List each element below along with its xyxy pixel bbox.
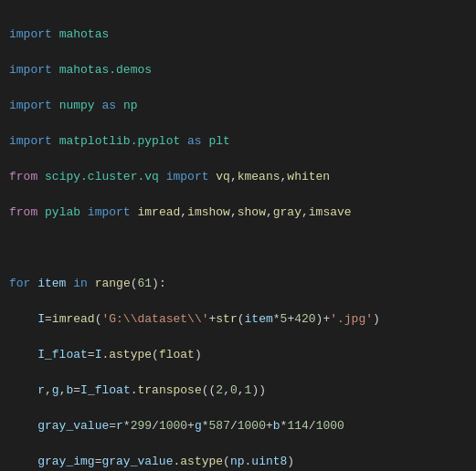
kw-in-1: in [73,277,88,290]
line-7 [9,239,467,257]
fn-imread: imread [137,205,180,219]
num-61-1: 61 [138,277,153,290]
line-3: import numpy as np [9,97,467,115]
line-8: for item in range(61): [9,275,467,293]
line-11: r,g,b=I_float.transpose((2,0,1)) [9,382,467,400]
line-13: gray_img=gray_value.astype(np.uint8) [9,453,467,471]
line-12: gray_value=r*299/1000+g*587/1000+b*114/1… [9,417,467,435]
line-6: from pylab import imread,imshow,show,gra… [9,204,467,222]
line-9: I=imread('G:\\dataset\\'+str(item*5+420)… [9,310,467,329]
code-editor: import mahotas import mahotas.demos impo… [9,7,467,471]
fn-gray: gray [273,205,301,219]
var-uint8: uint8 [251,455,287,468]
fn-whiten: whiten [287,170,330,183]
kw-as-2: as [187,134,202,148]
kw-import-6: import [88,205,131,219]
mod-scipy: scipy.cluster.vq [45,170,159,183]
line-1: import mahotas [9,26,467,44]
fn-imshow: imshow [187,205,230,219]
var-I: I [37,312,45,326]
var-gray-img: gray_img [37,455,94,468]
kw-import-5: import [166,170,209,183]
fn-float: float [159,348,195,361]
var-item-1: item [37,277,66,290]
fn-imsave: imsave [309,205,352,219]
fn-transpose: transpose [138,383,202,397]
mod-matplotlib: matplotlib.pyplot [59,134,181,148]
fn-vq: vq [216,170,230,183]
kw-import-2: import [9,63,52,77]
var-gray-value: gray_value [37,419,109,433]
fn-range-1: range [95,277,131,290]
line-5: from scipy.cluster.vq import vq,kmeans,w… [9,168,467,186]
kw-as-1: as [101,99,116,112]
fn-str-1: str [216,312,237,326]
mod-pylab: pylab [45,205,80,219]
var-item-expr-1: item [245,312,273,326]
fn-imread-1: imread [52,312,95,326]
mod-mahotas: mahotas [59,27,110,41]
fn-show: show [238,205,266,219]
fn-astype-1: astype [109,348,152,361]
line-10: I_float=I.astype(float) [9,346,467,364]
kw-from-1: from [9,170,37,183]
fn-kmeans: kmeans [238,170,280,183]
alias-np: np [123,99,138,112]
alias-plt: plt [208,134,229,148]
mod-mahotas-demos: mahotas.demos [59,63,152,77]
kw-for-1: for [9,277,30,290]
kw-import-1: import [9,27,52,41]
kw-from-2: from [9,205,37,219]
mod-numpy: numpy [59,99,95,112]
var-I-float: I_float [37,348,88,361]
kw-import-3: import [9,99,52,112]
var-rgb: r [37,383,45,397]
line-4: import matplotlib.pyplot as plt [9,132,467,151]
line-2: import mahotas.demos [9,61,467,79]
str-dataset-path: 'G:\\dataset\\' [101,312,208,326]
fn-astype-2: astype [180,455,223,468]
kw-import-4: import [9,134,52,148]
